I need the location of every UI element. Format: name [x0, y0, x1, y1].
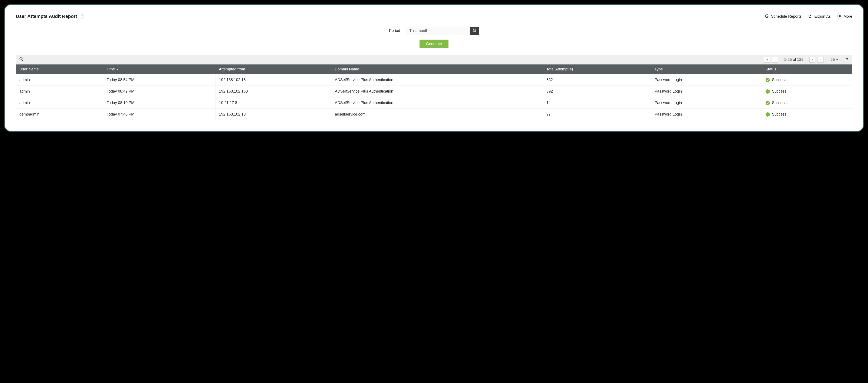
- cell-user-name: admin: [16, 97, 103, 109]
- svg-rect-14: [474, 31, 475, 32]
- cell-time: Today 08:54 PM: [103, 74, 216, 86]
- cell-attempted-from: 192.168.102.18: [216, 109, 331, 120]
- first-page-button[interactable]: «: [764, 57, 770, 63]
- period-input[interactable]: [406, 27, 470, 35]
- report-window: User Attempts Audit Report ? Schedule Re…: [4, 4, 864, 132]
- success-check-icon: [766, 112, 770, 116]
- status-text: Success: [772, 112, 786, 116]
- more-icon: [837, 14, 841, 19]
- cell-status: Success: [762, 74, 852, 86]
- svg-point-2: [839, 15, 840, 15]
- chevron-right-icon: ›: [812, 58, 813, 61]
- generate-button[interactable]: Generate: [420, 40, 448, 48]
- svg-rect-15: [475, 31, 476, 32]
- table-row: demoadminToday 07:40 PM192.168.102.18ads…: [16, 109, 852, 120]
- cell-domain-name: ADSelfService Plus Authentication: [331, 74, 543, 86]
- chevron-double-left-icon: «: [766, 58, 768, 61]
- help-icon[interactable]: ?: [80, 14, 84, 19]
- col-attempted-from[interactable]: Attempted from: [216, 65, 331, 74]
- cell-user-name: demoadmin: [16, 109, 103, 120]
- status-text: Success: [772, 89, 786, 94]
- schedule-reports-label: Schedule Reports: [771, 14, 802, 19]
- next-page-button[interactable]: ›: [809, 57, 815, 63]
- pagination: « ‹ 1-25 of 122 › » 25: [764, 57, 849, 63]
- col-domain-name[interactable]: Domain Name: [331, 65, 543, 74]
- svg-rect-11: [474, 30, 475, 31]
- cell-time: Today 07:40 PM: [103, 109, 216, 120]
- cell-domain-name: ADSelfService Plus Authentication: [331, 86, 543, 97]
- table-row: adminToday 08:10 PM10.21.17.8ADSelfServi…: [16, 97, 852, 109]
- success-check-icon: [766, 101, 770, 105]
- svg-rect-8: [473, 29, 474, 29]
- more-label: More: [843, 14, 852, 19]
- page-range-text: 1-25 of 122: [784, 58, 804, 62]
- results-table-container: « ‹ 1-25 of 122 › » 25: [16, 55, 852, 120]
- success-check-icon: [766, 78, 770, 82]
- export-icon: [808, 14, 812, 19]
- sort-desc-icon: [117, 69, 119, 70]
- filter-section: Period Generate: [16, 27, 852, 48]
- header-toolbar: Schedule Reports Export As More: [765, 14, 852, 19]
- cell-attempted-from: 192.168.102.18: [216, 74, 331, 86]
- page-size-select[interactable]: 25: [831, 58, 838, 62]
- col-status[interactable]: Status: [762, 65, 852, 74]
- svg-point-4: [839, 16, 840, 16]
- cell-status: Success: [762, 86, 852, 97]
- cell-user-name: admin: [16, 74, 103, 86]
- more-button[interactable]: More: [837, 14, 852, 19]
- clock-icon: [765, 14, 769, 19]
- cell-time: Today 08:10 PM: [103, 97, 216, 109]
- cell-time: Today 08:42 PM: [103, 86, 216, 97]
- chevron-double-right-icon: »: [820, 58, 822, 61]
- svg-rect-13: [473, 31, 474, 32]
- cell-type: Password Login: [651, 74, 762, 86]
- cell-domain-name: ADSelfService Plus Authentication: [331, 97, 543, 109]
- results-table: User Name Time Attempted from Domain Nam…: [16, 65, 852, 120]
- svg-point-16: [20, 58, 22, 60]
- cell-status: Success: [762, 97, 852, 109]
- table-toolbar: « ‹ 1-25 of 122 › » 25: [16, 55, 852, 65]
- col-time[interactable]: Time: [103, 65, 216, 74]
- separator: [827, 57, 827, 62]
- col-total-attempts[interactable]: Total Attempt(s): [543, 65, 651, 74]
- cell-total-attempts: 392: [543, 86, 651, 97]
- cell-type: Password Login: [651, 109, 762, 120]
- calendar-button[interactable]: [470, 27, 479, 35]
- col-user-name[interactable]: User Name: [16, 65, 103, 74]
- svg-point-5: [840, 16, 840, 16]
- schedule-reports-button[interactable]: Schedule Reports: [765, 14, 802, 19]
- search-toggle[interactable]: [19, 57, 24, 63]
- funnel-icon: [845, 57, 849, 62]
- caret-down-icon: [836, 59, 838, 60]
- table-header-row: User Name Time Attempted from Domain Nam…: [16, 65, 852, 74]
- cell-type: Password Login: [651, 86, 762, 97]
- svg-rect-12: [475, 30, 476, 31]
- table-row: adminToday 08:54 PM192.168.102.18ADSelfS…: [16, 74, 852, 86]
- page-title: User Attempts Audit Report: [16, 13, 77, 19]
- calendar-icon: [472, 28, 476, 33]
- success-check-icon: [766, 90, 770, 94]
- prev-page-button[interactable]: ‹: [772, 57, 778, 63]
- page-size-value: 25: [831, 58, 835, 62]
- cell-attempted-from: 192.168.102.168: [216, 86, 331, 97]
- export-as-label: Export As: [814, 14, 831, 19]
- cell-user-name: admin: [16, 86, 103, 97]
- last-page-button[interactable]: »: [817, 57, 824, 63]
- status-text: Success: [772, 78, 786, 82]
- search-icon: [19, 57, 24, 63]
- table-row: adminToday 08:42 PM192.168.102.168ADSelf…: [16, 86, 852, 97]
- report-header: User Attempts Audit Report ? Schedule Re…: [16, 13, 852, 22]
- period-row: Period: [389, 27, 479, 35]
- cell-total-attempts: 1: [543, 97, 651, 109]
- cell-domain-name: adselfservice.com: [331, 109, 543, 120]
- svg-rect-7: [473, 29, 476, 30]
- col-type[interactable]: Type: [651, 65, 762, 74]
- column-filter-button[interactable]: [845, 57, 849, 62]
- cell-total-attempts: 832: [543, 74, 651, 86]
- chevron-left-icon: ‹: [775, 58, 776, 61]
- period-label: Period: [389, 29, 400, 33]
- export-as-button[interactable]: Export As: [808, 14, 831, 19]
- svg-rect-10: [473, 30, 474, 31]
- svg-point-1: [767, 14, 767, 15]
- period-input-group: [406, 27, 479, 35]
